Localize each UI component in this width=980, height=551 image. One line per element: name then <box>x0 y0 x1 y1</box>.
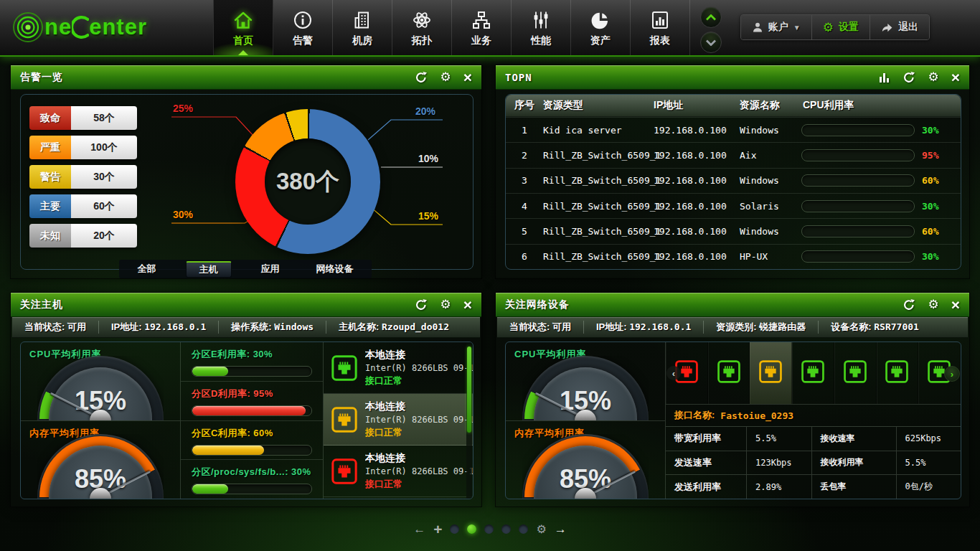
nav-item-label: 首页 <box>233 34 253 47</box>
nav-item-topology[interactable]: 拓扑 <box>392 0 452 55</box>
connection-item[interactable]: 本地连接 Inter(R) 8266LBS 09-1 接口正常 <box>324 446 473 497</box>
logout-button[interactable]: 退出 <box>870 15 929 39</box>
cpu-gauge-cell: CPU平均利用率 15% <box>21 342 180 421</box>
tab-application[interactable]: 应用 <box>254 261 287 277</box>
gear-icon[interactable]: ⚙ <box>440 298 451 311</box>
legend-label: 致命 <box>29 106 71 130</box>
alarm-filter-tabs: 全部 主机 应用 网络设备 <box>119 260 372 278</box>
nav-item-assets[interactable]: 资产 <box>571 0 631 55</box>
pager-dot[interactable] <box>501 524 511 534</box>
topn-panel: TOPN ⚙ × 序号 资源类型 IP地址 资源名称 CPU利用率 1 Kid … <box>495 65 970 279</box>
pager-next-icon[interactable]: → <box>555 523 567 535</box>
legend-item-unknown[interactable]: 未知 20个 <box>29 224 137 248</box>
legend-label: 警告 <box>29 165 71 189</box>
account-button[interactable]: 账户 ▼ <box>741 15 812 39</box>
panel-title: TOPN <box>505 72 532 83</box>
pager-dot[interactable] <box>519 524 528 534</box>
refresh-icon[interactable] <box>903 298 915 311</box>
pager-dot[interactable] <box>467 524 476 534</box>
port-item[interactable] <box>708 342 750 404</box>
cpu-percent: 30% <box>922 125 961 136</box>
interface-name-row: 接口名称: Fastoiue_0293 <box>666 405 961 427</box>
partition-item: 分区C利用率: 60% <box>181 421 323 461</box>
refresh-icon[interactable] <box>903 71 915 84</box>
interface-name-value: Fastoiue_0293 <box>720 410 793 421</box>
info-ip: IP地址: 192.168.0.1 <box>98 321 218 334</box>
port-item[interactable] <box>750 342 792 404</box>
alarm-donut-chart[interactable]: 380个 25% 20% 10% 15% 30% <box>130 94 474 260</box>
nav-item-business[interactable]: 业务 <box>452 0 512 55</box>
tab-all[interactable]: 全部 <box>131 261 164 277</box>
partition-bar <box>192 484 312 494</box>
stat-label: 带宽利用率 <box>666 427 746 451</box>
legend-item-fatal[interactable]: 致命 58个 <box>29 106 137 130</box>
cell-name: HP-UX <box>738 251 801 262</box>
pager-add-icon[interactable]: + <box>433 522 442 537</box>
chevron-up-icon[interactable] <box>700 6 722 28</box>
scrollbar-track[interactable] <box>466 342 472 499</box>
cpu-bar <box>801 174 915 187</box>
cell-name: Aix <box>738 150 801 161</box>
legend-item-warning[interactable]: 警告 30个 <box>29 165 137 189</box>
nav-item-machine-room[interactable]: 机房 <box>333 0 392 55</box>
port-item[interactable] <box>877 342 919 404</box>
bar-chart-icon[interactable] <box>879 72 890 83</box>
connection-item[interactable]: 本地连接 Inter(R) 8266LBS 09-1 接口正常 <box>324 394 473 446</box>
legend-label: 严重 <box>29 136 71 159</box>
refresh-icon[interactable] <box>415 298 428 311</box>
nav-item-reports[interactable]: 报表 <box>631 0 690 55</box>
app-logo: ne enter <box>11 9 147 46</box>
settings-button[interactable]: ⚙ 设置 <box>812 15 870 39</box>
stat-label: 接收速率 <box>811 427 896 451</box>
pager-dot[interactable] <box>450 524 459 534</box>
legend-item-major[interactable]: 主要 60个 <box>29 194 137 218</box>
donut-label: 15% <box>418 210 438 222</box>
alarm-total-count: 380个 <box>235 109 380 254</box>
col-header: CPU利用率 <box>801 99 922 112</box>
stat-label: 接收利用率 <box>811 451 896 475</box>
tab-network-device[interactable]: 网络设备 <box>309 261 361 277</box>
focused-host-panel: 关注主机 ⚙ × 当前状态: 可用 IP地址: 192.168.0.1 操作系统… <box>10 292 482 507</box>
alarm-donut[interactable]: 380个 <box>235 109 380 254</box>
port-item[interactable] <box>834 342 877 404</box>
chevron-down-icon[interactable] <box>700 32 722 53</box>
gear-icon[interactable]: ⚙ <box>928 71 938 83</box>
nav-item-label: 业务 <box>471 34 491 47</box>
account-label: 账户 <box>768 21 788 34</box>
legend-label: 未知 <box>29 224 71 248</box>
interface-name-label: 接口名称: <box>674 409 715 422</box>
cell-no: 4 <box>506 201 542 212</box>
gear-icon[interactable]: ⚙ <box>928 298 938 311</box>
scrollbar-thumb[interactable] <box>467 347 471 433</box>
close-icon[interactable]: × <box>463 297 472 312</box>
scroll-right-icon[interactable]: › <box>944 366 960 382</box>
close-icon[interactable]: × <box>951 297 960 312</box>
cell-ip: 192.168.0.100 <box>652 175 738 186</box>
stat-label: 丢包率 <box>811 474 896 499</box>
cpu-percent: 60% <box>922 226 961 237</box>
logo-text-suffix: enter <box>89 14 147 40</box>
nav-item-performance[interactable]: 性能 <box>512 0 571 55</box>
gear-icon[interactable]: ⚙ <box>440 71 451 83</box>
nav-item-alarm[interactable]: 告警 <box>273 0 333 55</box>
close-icon[interactable]: × <box>951 70 960 85</box>
connection-item[interactable]: 本地连接 Inter(R) 8266LBS 09-1 接口正常 <box>324 342 473 394</box>
refresh-icon[interactable] <box>415 71 428 84</box>
port-item[interactable] <box>792 342 834 404</box>
pager-gear-icon[interactable]: ⚙ <box>536 524 546 535</box>
nav-item-home[interactable]: 首页 <box>213 0 273 55</box>
building-icon <box>352 9 373 32</box>
logo-text-prefix: ne <box>44 14 72 40</box>
topn-panel-body: 序号 资源类型 IP地址 资源名称 CPU利用率 1 Kid ica serve… <box>505 94 961 270</box>
pager-dot[interactable] <box>484 524 494 534</box>
main-nav-menu: 首页 告警 机房 拓扑 业务 <box>213 0 690 55</box>
legend-item-critical[interactable]: 严重 100个 <box>29 136 137 159</box>
memory-gauge-cell: 内存平均利用率 85% <box>506 421 665 499</box>
info-status: 当前状态: 可用 <box>497 321 583 334</box>
close-icon[interactable]: × <box>463 70 472 85</box>
connection-item[interactable]: 本地连接 Inter(R) 8266LBS 09-1 接口正常 <box>324 497 473 499</box>
tab-host[interactable]: 主机 <box>186 261 232 278</box>
pager-prev-icon[interactable]: ← <box>413 523 425 535</box>
scroll-left-icon[interactable]: ‹ <box>666 366 681 380</box>
cpu-bar <box>801 149 915 161</box>
